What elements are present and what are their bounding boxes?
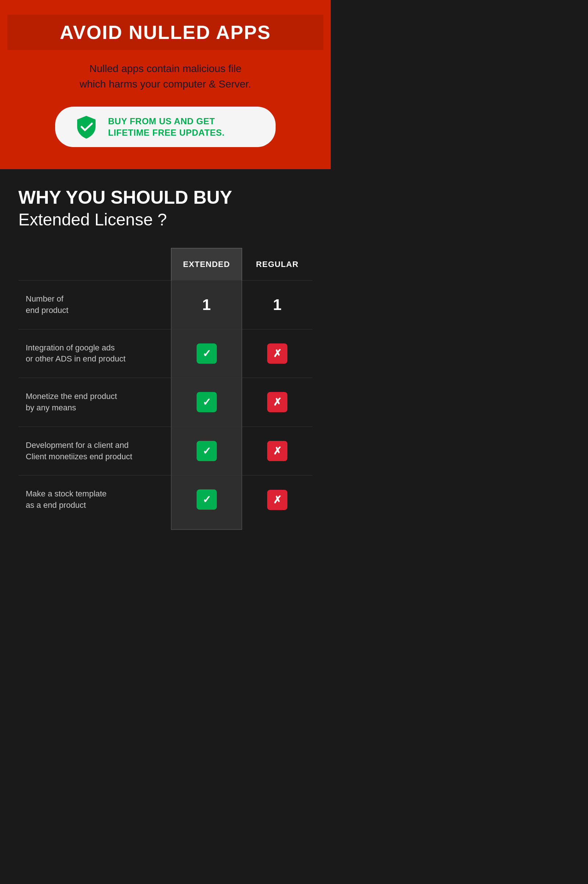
regular-cell: ✗ [242, 427, 312, 475]
why-title: WHY YOU SHOULD BUY [18, 188, 312, 208]
table-row: Monetize the end productby any means✓✗ [18, 378, 312, 427]
extended-cell: 1 [171, 281, 242, 329]
header-section: AVOID NULLED APPS Nulled apps contain ma… [0, 0, 331, 169]
extended-cell: ✓ [171, 378, 242, 427]
check-badge: ✓ [196, 441, 217, 461]
header-subtitle: Nulled apps contain malicious file which… [8, 61, 323, 92]
regular-number: 1 [273, 296, 282, 313]
shield-icon [74, 114, 99, 140]
cross-badge: ✗ [267, 392, 287, 412]
comparison-table: EXTENDED REGULAR Number ofend product11I… [18, 248, 312, 530]
regular-header: REGULAR [242, 248, 312, 281]
check-badge: ✓ [196, 343, 217, 364]
feature-cell: Integration of google adsor other ADS in… [18, 329, 171, 378]
buy-banner[interactable]: BUY FROM US AND GET LIFETIME FREE UPDATE… [55, 107, 276, 147]
cross-badge: ✗ [267, 490, 287, 510]
why-subtitle: Extended License ? [18, 210, 312, 230]
buy-text: BUY FROM US AND GET LIFETIME FREE UPDATE… [108, 116, 225, 138]
dark-section: WHY YOU SHOULD BUY Extended License ? EX… [0, 169, 331, 537]
extended-header: EXTENDED [171, 248, 242, 281]
feature-cell: Development for a client andClient monet… [18, 427, 171, 475]
feature-cell: Number ofend product [18, 281, 171, 329]
table-row: Number ofend product11 [18, 281, 312, 329]
regular-cell: ✗ [242, 329, 312, 378]
avoid-title: AVOID NULLED APPS [8, 15, 323, 50]
extended-cell: ✓ [171, 475, 242, 529]
regular-cell: ✗ [242, 378, 312, 427]
feature-cell: Make a stock templateas a end product [18, 475, 171, 529]
table-header-row: EXTENDED REGULAR [18, 248, 312, 281]
table-row: Development for a client andClient monet… [18, 427, 312, 475]
table-row: Integration of google adsor other ADS in… [18, 329, 312, 378]
feature-cell: Monetize the end productby any means [18, 378, 171, 427]
extended-cell: ✓ [171, 427, 242, 475]
table-row: Make a stock templateas a end product✓✗ [18, 475, 312, 529]
check-badge: ✓ [196, 392, 217, 412]
extended-number: 1 [202, 296, 211, 313]
check-badge: ✓ [196, 489, 217, 510]
regular-cell: ✗ [242, 475, 312, 529]
cross-badge: ✗ [267, 343, 287, 364]
extended-cell: ✓ [171, 329, 242, 378]
cross-badge: ✗ [267, 441, 287, 461]
feature-header [18, 248, 171, 281]
regular-cell: 1 [242, 281, 312, 329]
